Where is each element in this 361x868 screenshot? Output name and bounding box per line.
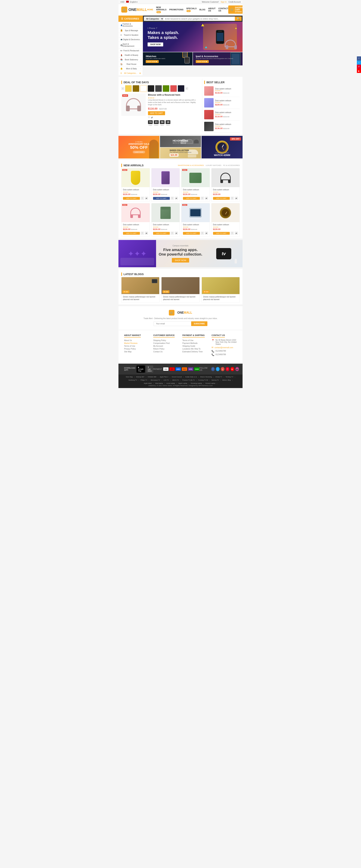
footer-pinterest-btn[interactable]: P xyxy=(225,367,230,371)
sidebar-item-digital[interactable]: 💻 Digital & Electronics › xyxy=(118,37,143,42)
wishlist-icon[interactable]: ♡ xyxy=(148,116,150,119)
add-to-cart-btn-3[interactable]: ADD TO CART xyxy=(183,197,200,200)
compare-btn-2[interactable]: ⇄ xyxy=(175,196,178,200)
footer-tiny-link[interactable]: DECO TV xyxy=(172,379,179,381)
logo[interactable]: 🛒 ONEMALL xyxy=(121,7,147,12)
footer-shipping-guide-link[interactable]: Shipping Guide xyxy=(182,345,208,347)
thumbs-prev-button[interactable]: ‹ xyxy=(121,87,124,90)
compare-btn-7[interactable]: ⇄ xyxy=(205,231,208,235)
thumb-4[interactable] xyxy=(148,85,154,92)
thumb-3[interactable] xyxy=(140,85,147,92)
footer-myaccount-link[interactable]: My Account xyxy=(153,345,179,347)
blog-card-3[interactable]: 24 Jan Donec massa pellentesque nisl lao… xyxy=(202,277,240,303)
footer-tiny-link[interactable]: Funning TV 60 xyxy=(198,379,208,381)
compare-btn-3[interactable]: ⇄ xyxy=(205,196,208,200)
bestseller-item-3[interactable]: Duis autem veleum ★★★★☆ $116.00 $222.00 xyxy=(204,109,240,121)
search-button[interactable]: 🔍 xyxy=(235,17,242,21)
search-input[interactable] xyxy=(163,17,235,21)
footer-tiny-link[interactable]: LGX TV xyxy=(163,379,169,381)
add-to-cart-btn-7[interactable]: ADD TO CART xyxy=(183,232,200,235)
product-card-1[interactable]: SALE Duis autem veleum ★★★★☆ $226.00 $20… xyxy=(121,168,150,202)
nav-blog[interactable]: BLOG xyxy=(200,8,206,11)
footer-twitter-btn[interactable]: t xyxy=(216,367,220,371)
promo-watches-btn[interactable]: SHOP NOW ▶ xyxy=(146,60,159,63)
sidebar-item-sport[interactable]: ⚽ Sport & Entertainment › xyxy=(118,42,143,49)
hero-shop-now-button[interactable]: SHOP NOW xyxy=(148,42,163,46)
add-to-cart-btn-6[interactable]: ADD TO CART xyxy=(153,232,170,235)
footer-tiny-link[interactable]: Dribbble Bit8 xyxy=(148,376,156,378)
language-selector[interactable]: English ▾ xyxy=(126,1,138,3)
product-card-6[interactable]: Duis autem veleum ★★★★☆ $226.00 $200.00 … xyxy=(151,203,180,237)
footer-delivery-link[interactable]: Estimated Delivery Time xyxy=(182,350,208,353)
product-card-7[interactable]: SALE Duis autem veleum ★★★★☆ $226.00 $20… xyxy=(181,203,210,237)
promo-card-headphone[interactable]: HEADPHONE WITH STYLE xyxy=(160,136,201,147)
footer-tiny-link[interactable]: Adivon, Blog xyxy=(222,379,231,381)
add-to-cart-btn-8[interactable]: ADD TO CART xyxy=(213,232,230,235)
thumbs-next-button[interactable]: › xyxy=(185,87,188,90)
newsletter-subscribe-button[interactable]: SUBSCRIBE xyxy=(191,321,208,326)
thumb-1[interactable] xyxy=(125,85,132,92)
promo-banner-ipad[interactable]: Ipad & Accessories Sony all Frame Mirror… xyxy=(193,52,243,65)
footer-contact-link[interactable]: Contact Us xyxy=(153,350,179,353)
sidebar-item-health[interactable]: 💄 Health & Beauty › xyxy=(118,53,143,58)
wishlist-btn-5[interactable]: ♡ xyxy=(141,231,144,235)
wishlist-btn-1[interactable]: ♡ xyxy=(141,196,144,200)
footer-tiny-link[interactable]: Argile tablet xyxy=(144,382,152,384)
product-card-8[interactable]: Duis autem veleum ★★★★☆ $228.00 ADD TO C… xyxy=(211,203,240,237)
add-to-cart-btn-2[interactable]: ADD TO CART xyxy=(153,197,170,200)
product-card-4[interactable]: Duis autem veleum ★★★★☆ $228.00 ADD TO C… xyxy=(211,168,240,202)
nav-promotions[interactable]: PROMOTIONS xyxy=(169,8,183,11)
tab-smartphones[interactable]: SMARTPHONE & ACCESSORIES xyxy=(178,164,204,166)
wishlist-btn-4[interactable]: ♡ xyxy=(231,196,234,200)
tab-pc-accessories[interactable]: PC & ACCESSORIES xyxy=(223,164,240,166)
nav-about-us[interactable]: ABOUT US xyxy=(208,7,215,12)
thumb-7[interactable] xyxy=(170,85,177,92)
product-card-5[interactable]: SALE Duis autem veleum ★★★★☆ $226.00 $20… xyxy=(121,203,150,237)
nav-new-arrivals[interactable]: NEW ARRIVALS New xyxy=(156,6,167,13)
footer-tiny-link[interactable]: Ornela TV xyxy=(215,376,222,378)
sidebar-item-books[interactable]: 📚 Book Stationery › xyxy=(118,58,143,62)
wishlist-btn-2[interactable]: ♡ xyxy=(171,196,174,200)
promo-card-watch[interactable]: 30% OFF STARTING AT $300 WATCH 42MM xyxy=(202,136,243,158)
credit-account-link[interactable]: Credit Account xyxy=(229,1,241,3)
footer-tiny-link[interactable]: Sonsamg Laptop xyxy=(191,382,202,384)
promo-banner-watches[interactable]: iWatches Feels like a whole new watch. S… xyxy=(143,52,192,65)
footer-tiny-link[interactable]: Apple Plan 2 xyxy=(160,376,168,378)
footer-tiny-link[interactable]: Process TV (B) TV xyxy=(182,379,195,381)
category-filter-select[interactable]: All Categories xyxy=(144,17,163,21)
promo-card-shoes[interactable]: SHOES COLLECTION The Ultimate Android ex… xyxy=(160,148,201,158)
footer-tiny-link[interactable]: Kodak Stale (1.2) xyxy=(185,376,197,378)
promo-ipad-btn[interactable]: SHOP NOW ▶ xyxy=(196,60,209,63)
footer-market-reviews-link[interactable]: Market Reviews xyxy=(124,342,149,345)
cart-button[interactable]: 🛒 SHOPPING CART 10 Items xyxy=(228,5,243,14)
compare-btn-6[interactable]: ⇄ xyxy=(175,231,178,235)
bestseller-item-1[interactable]: Duis autem veleum ★★★★☆ $116.00 $222.00 xyxy=(204,85,240,97)
bestseller-item-4[interactable]: Duis autem veleum ★★★★☆ $136.00 $222.00 xyxy=(204,121,240,132)
footer-googleplus-btn[interactable]: g xyxy=(221,367,224,371)
nav-specials[interactable]: SPECIALS Hot xyxy=(186,7,197,12)
footer-facebook-btn[interactable]: f xyxy=(211,367,215,371)
footer-tiny-link[interactable]: Territory TV xyxy=(225,376,233,378)
currency-selector[interactable]: USD xyxy=(120,1,124,3)
product-card-2[interactable]: Duis autem veleum ★★★★☆ $226.00 $200.00 … xyxy=(151,168,180,202)
campus-shop-btn[interactable]: SHOP NOW xyxy=(172,258,189,262)
wishlist-btn-7[interactable]: ♡ xyxy=(201,231,204,235)
tab-luxury-watches[interactable]: LUXURY WATCHES xyxy=(206,164,221,166)
footer-tiny-link[interactable]: Sammy TV xyxy=(212,379,219,381)
sidebar-item-mombaby[interactable]: 👶 Mom & Baby › xyxy=(118,66,143,71)
footer-tiny-link[interactable]: Elance Stockeleg xyxy=(200,376,212,378)
compare-btn-4[interactable]: ⇄ xyxy=(235,196,238,200)
blog-card-2[interactable]: 24 Jan Donec massa pellentesque nisl lao… xyxy=(161,277,200,303)
footer-tiny-link[interactable]: Ideal laptop xyxy=(155,382,163,384)
nav-contact-us[interactable]: CONTACT US xyxy=(218,7,228,12)
thumb-6[interactable] xyxy=(163,85,170,92)
footer-terms-payment-link[interactable]: Terms of Use xyxy=(182,339,208,342)
add-to-cart-btn-4[interactable]: ADD TO CART xyxy=(213,197,230,200)
sign-in-link[interactable]: Sign In xyxy=(221,1,227,3)
footer-tiny-link[interactable]: Domed Laptop xyxy=(205,382,215,384)
app-store-btn[interactable]: ⬇ App Store xyxy=(146,366,153,373)
google-play-btn[interactable]: ▶ Google Play xyxy=(137,366,145,373)
footer-tiny-link[interactable]: Philips TV xyxy=(141,379,147,381)
footer-youtube-btn[interactable]: ▶ xyxy=(231,367,234,371)
compare-icon[interactable]: ⇄ xyxy=(151,116,153,119)
